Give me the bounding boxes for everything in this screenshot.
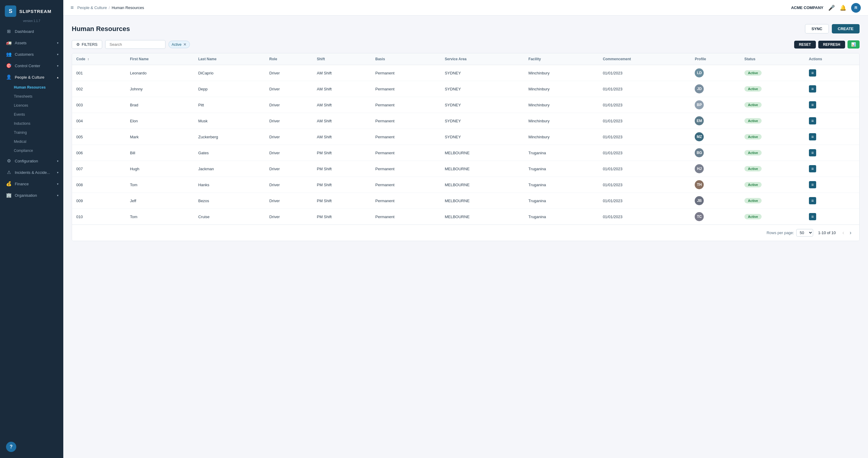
row-action-button[interactable]: ≡ <box>809 101 816 108</box>
table-row: 007 Hugh Jackman Driver PM Shift Permane… <box>72 161 859 177</box>
sidebar-logo: S SLIPSTREAM <box>0 0 63 19</box>
export-button[interactable]: 📊 <box>847 40 860 48</box>
cell-last-name: Pitt <box>194 97 265 113</box>
profile-avatar: JD <box>695 85 704 93</box>
create-button[interactable]: CREATE <box>832 24 860 33</box>
cell-status: Active <box>740 129 805 145</box>
table-row: 002 Johnny Depp Driver AM Shift Permanen… <box>72 81 859 97</box>
cell-commencement: 01/01/2023 <box>598 209 690 225</box>
sidebar-item-configuration[interactable]: ⚙ Configuration ▾ <box>0 155 63 167</box>
row-action-button[interactable]: ≡ <box>809 197 816 204</box>
sidebar-sub-timesheets[interactable]: Timesheets <box>0 92 63 101</box>
cell-status: Active <box>740 81 805 97</box>
status-badge: Active <box>744 198 762 203</box>
rows-per-page-label: Rows per page: <box>767 230 794 235</box>
sidebar-item-label: Configuration <box>15 159 38 163</box>
row-action-button[interactable]: ≡ <box>809 85 816 93</box>
sidebar-item-dashboard[interactable]: ⊞ Dashboard <box>0 26 63 37</box>
cell-basis: Permanent <box>371 177 440 193</box>
breadcrumb-separator: / <box>109 5 110 10</box>
cell-commencement: 01/01/2023 <box>598 161 690 177</box>
sidebar-item-incidents[interactable]: ⚠ Incidents & Accide... ▾ <box>0 167 63 178</box>
cell-basis: Permanent <box>371 161 440 177</box>
status-badge: Active <box>744 214 762 219</box>
row-action-button[interactable]: ≡ <box>809 213 816 220</box>
sidebar-item-label: Finance <box>15 182 29 186</box>
sidebar-sub-training[interactable]: Training <box>0 128 63 137</box>
next-page-button[interactable]: › <box>848 229 853 236</box>
sidebar-item-customers[interactable]: 👥 Customers ▾ <box>0 48 63 60</box>
table-row: 004 Elon Musk Driver AM Shift Permanent … <box>72 113 859 129</box>
help-button[interactable]: ? <box>6 442 16 452</box>
col-header-role: Role <box>265 53 313 65</box>
cell-last-name: Hanks <box>194 177 265 193</box>
row-action-button[interactable]: ≡ <box>809 133 816 140</box>
notifications-icon[interactable]: 🔔 <box>840 4 846 11</box>
cell-commencement: 01/01/2023 <box>598 97 690 113</box>
sidebar-item-label: Incidents & Accide... <box>15 170 50 175</box>
sidebar-item-assets[interactable]: 🚛 Assets ▾ <box>0 37 63 48</box>
user-avatar[interactable]: R <box>851 3 861 13</box>
cell-basis: Permanent <box>371 65 440 81</box>
microphone-icon[interactable]: 🎤 <box>828 4 835 11</box>
cell-profile: TC <box>690 209 740 225</box>
cell-status: Active <box>740 161 805 177</box>
prev-page-button[interactable]: ‹ <box>841 229 846 236</box>
row-action-button[interactable]: ≡ <box>809 165 816 172</box>
cell-code: 007 <box>72 161 126 177</box>
cell-role: Driver <box>265 65 313 81</box>
cell-first-name: Leonardo <box>126 65 194 81</box>
cell-code: 010 <box>72 209 126 225</box>
remove-filter-button[interactable]: ✕ <box>183 42 187 47</box>
menu-icon[interactable]: ≡ <box>70 4 74 11</box>
cell-actions: ≡ <box>805 113 859 129</box>
sidebar-item-people-culture[interactable]: 👤 People & Culture ▴ <box>0 71 63 83</box>
cell-shift: PM Shift <box>313 209 371 225</box>
sidebar-sub-medical[interactable]: Medical <box>0 137 63 146</box>
sub-item-label: Timesheets <box>14 94 33 99</box>
cell-basis: Permanent <box>371 113 440 129</box>
cell-code: 004 <box>72 113 126 129</box>
sub-item-label: Training <box>14 130 27 135</box>
reset-button[interactable]: RESET <box>794 41 816 48</box>
filters-button[interactable]: ⚙ FILTERS <box>72 40 102 49</box>
col-header-profile: Profile <box>690 53 740 65</box>
cell-role: Driver <box>265 209 313 225</box>
sidebar-item-control-center[interactable]: 🎯 Control Center ▾ <box>0 60 63 71</box>
sync-button[interactable]: SYNC <box>805 24 829 33</box>
cell-status: Active <box>740 65 805 81</box>
search-input[interactable] <box>105 40 165 49</box>
breadcrumb-parent[interactable]: People & Culture <box>78 5 107 10</box>
cell-role: Driver <box>265 145 313 161</box>
cell-service-area: SYDNEY <box>441 113 524 129</box>
cell-actions: ≡ <box>805 177 859 193</box>
cell-service-area: SYDNEY <box>441 81 524 97</box>
rows-per-page-select[interactable]: 50 25 100 <box>796 229 813 236</box>
row-action-button[interactable]: ≡ <box>809 181 816 188</box>
cell-profile: BG <box>690 145 740 161</box>
sidebar-sub-human-resources[interactable]: Human Resources <box>0 83 63 92</box>
dashboard-icon: ⊞ <box>6 29 12 34</box>
cell-facility: Minchinbury <box>524 129 598 145</box>
refresh-button[interactable]: REFRESH <box>818 41 845 48</box>
sidebar-sub-compliance[interactable]: Compliance <box>0 146 63 155</box>
cell-basis: Permanent <box>371 209 440 225</box>
breadcrumb-current: Human Resources <box>112 5 144 10</box>
row-action-button[interactable]: ≡ <box>809 69 816 76</box>
status-badge: Active <box>744 150 762 156</box>
col-header-code[interactable]: Code ↑ <box>72 53 126 65</box>
cell-profile: HJ <box>690 161 740 177</box>
row-action-button[interactable]: ≡ <box>809 117 816 125</box>
cell-first-name: Bill <box>126 145 194 161</box>
sidebar: S SLIPSTREAM version 1.1.7 ⊞ Dashboard 🚛… <box>0 0 63 458</box>
cell-service-area: SYDNEY <box>441 65 524 81</box>
cell-role: Driver <box>265 193 313 209</box>
sidebar-sub-inductions[interactable]: Inductions <box>0 119 63 128</box>
sidebar-sub-events[interactable]: Events <box>0 110 63 119</box>
sidebar-item-finance[interactable]: 💰 Finance ▾ <box>0 178 63 190</box>
row-action-button[interactable]: ≡ <box>809 149 816 156</box>
sidebar-item-organisation[interactable]: 🏢 Organisation ▾ <box>0 190 63 201</box>
cell-actions: ≡ <box>805 129 859 145</box>
sidebar-sub-licences[interactable]: Licences <box>0 101 63 110</box>
main-content: ≡ People & Culture / Human Resources ACM… <box>63 0 868 458</box>
